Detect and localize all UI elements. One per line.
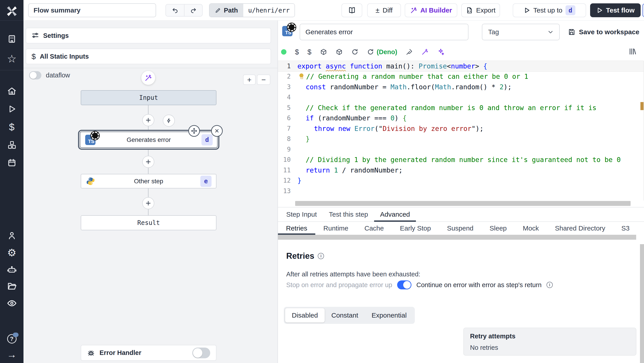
redo-button[interactable] bbox=[184, 5, 202, 16]
flow-summary-input[interactable]: Flow summary bbox=[28, 3, 156, 17]
subtab-sleep[interactable]: Sleep bbox=[482, 222, 515, 235]
sparkles-icon[interactable] bbox=[437, 48, 444, 56]
code-line-1[interactable]: 1export async function main(): Promise<n… bbox=[278, 61, 644, 71]
docs-book-button[interactable] bbox=[342, 3, 362, 17]
home-icon[interactable] bbox=[0, 84, 24, 98]
info-icon[interactable]: i bbox=[546, 282, 553, 288]
retry-mode-constant[interactable]: Constant bbox=[325, 308, 365, 322]
folders-icon[interactable] bbox=[0, 279, 24, 293]
code-line-10[interactable]: 10// Dividing 1 by the generated random … bbox=[278, 155, 644, 165]
code-line-2[interactable]: 2// Generating a random number that can … bbox=[278, 71, 644, 82]
flow-node-input[interactable]: Input bbox=[81, 90, 216, 105]
subtab-mock[interactable]: Mock bbox=[515, 222, 547, 235]
add-step-button[interactable] bbox=[142, 156, 154, 168]
library-icon[interactable] bbox=[628, 48, 636, 56]
code-line-6[interactable]: 6if (randomNumber === 0) { bbox=[278, 113, 644, 124]
package-icon[interactable] bbox=[336, 48, 343, 56]
settings-gear-icon[interactable]: ⚙ bbox=[0, 245, 24, 260]
lightbulb-icon[interactable] bbox=[299, 73, 304, 79]
schedules-calendar-icon[interactable] bbox=[0, 156, 24, 170]
flow-node-other-step[interactable]: Other step e bbox=[81, 174, 216, 188]
flow-node-result[interactable]: Result bbox=[81, 215, 216, 230]
diff-button[interactable]: ± Diff bbox=[367, 3, 401, 17]
subtab-shared-directory[interactable]: Shared Directory bbox=[547, 222, 613, 235]
code-horizontal-scrollbar[interactable] bbox=[295, 201, 630, 206]
tab-advanced[interactable]: Advanced bbox=[374, 207, 416, 221]
subtab-early-stop[interactable]: Early Stop bbox=[392, 222, 439, 235]
variable-dollar-icon[interactable]: $ bbox=[295, 48, 299, 56]
continue-on-error-option[interactable]: Continue on error with error as step's r… bbox=[416, 281, 542, 289]
format-brush-icon[interactable] bbox=[406, 48, 413, 56]
dataflow-toggle[interactable] bbox=[29, 71, 41, 80]
subtab-runtime[interactable]: Runtime bbox=[315, 222, 356, 235]
test-flow-button[interactable]: Test flow bbox=[590, 3, 641, 17]
add-trigger-button[interactable] bbox=[163, 115, 175, 127]
step-name-input[interactable]: Generates error bbox=[300, 24, 468, 40]
resources-cubes-icon[interactable] bbox=[0, 138, 24, 152]
export-button[interactable]: Export bbox=[461, 3, 500, 17]
stop-on-error-option[interactable]: Stop on error and propagate error up bbox=[286, 281, 392, 289]
flow-settings-button[interactable]: Settings bbox=[26, 28, 271, 44]
user-icon[interactable] bbox=[0, 228, 24, 243]
help-icon[interactable]: ? bbox=[0, 332, 24, 346]
tab-test-this-step[interactable]: Test this step bbox=[323, 207, 374, 221]
ai-wand-icon[interactable] bbox=[421, 48, 428, 56]
panel-vertical-scrollbar[interactable] bbox=[640, 244, 644, 363]
error-behavior-toggle[interactable] bbox=[397, 280, 412, 289]
workers-robot-icon[interactable] bbox=[0, 262, 24, 277]
info-icon[interactable]: i bbox=[318, 253, 324, 259]
favorites-star-icon[interactable]: ☆ bbox=[0, 52, 24, 66]
path-control[interactable]: Path u/henri/err bbox=[209, 3, 295, 17]
step-id-badge: d bbox=[202, 134, 213, 145]
audit-eye-icon[interactable] bbox=[0, 296, 24, 310]
retry-mode-exponential[interactable]: Exponential bbox=[365, 308, 414, 322]
code-line-8[interactable]: 8} bbox=[278, 134, 644, 144]
code-editor[interactable]: 1export async function main(): Promise<n… bbox=[278, 61, 644, 201]
code-line-7[interactable]: 7throw new Error("Division by zero error… bbox=[278, 123, 644, 134]
subtab-s3[interactable]: S3 bbox=[613, 222, 638, 235]
subtab-cache[interactable]: Cache bbox=[356, 222, 392, 235]
ai-builder-button[interactable]: AI Builder bbox=[405, 3, 457, 17]
workspace-building-icon[interactable] bbox=[0, 32, 24, 46]
delete-step-button[interactable]: ✕ bbox=[211, 125, 223, 137]
code-line-13[interactable]: 13 bbox=[278, 186, 644, 196]
runs-play-icon[interactable] bbox=[0, 102, 24, 116]
retry-mode-disabled[interactable]: Disabled bbox=[285, 308, 325, 322]
save-to-workspace-button[interactable]: Save to workspace bbox=[568, 24, 639, 40]
windmill-logo-icon[interactable] bbox=[0, 4, 24, 18]
zoom-in-button[interactable]: + bbox=[243, 75, 256, 85]
tab-step-input[interactable]: Step Input bbox=[280, 207, 323, 221]
zoom-out-button[interactable]: − bbox=[257, 75, 270, 85]
subtab-suspend[interactable]: Suspend bbox=[439, 222, 482, 235]
clipped-button[interactable] bbox=[642, 3, 644, 17]
bug-icon bbox=[87, 349, 95, 357]
expand-sidebar-arrow-icon[interactable]: → bbox=[0, 347, 24, 362]
code-line-4[interactable]: 4 bbox=[278, 92, 644, 103]
topbar: Flow summary Path u/henri/err bbox=[24, 0, 644, 21]
variables-dollar-icon[interactable]: $ bbox=[0, 120, 24, 134]
tag-select[interactable]: Tag bbox=[482, 24, 560, 40]
test-up-to-button[interactable]: Test up to d bbox=[513, 3, 586, 17]
all-static-inputs-button[interactable]: $ All Static Inputs bbox=[26, 49, 271, 64]
reload-icon[interactable] bbox=[351, 48, 358, 56]
code-line-5[interactable]: 5// Check if the generated random number… bbox=[278, 103, 644, 113]
resource-dollar-icon[interactable]: $ bbox=[308, 48, 312, 56]
subtabs-scrollbar[interactable] bbox=[278, 235, 644, 240]
windmill-flow-editor: ☆ $ bbox=[0, 0, 644, 363]
path-value[interactable]: u/henri/err bbox=[243, 4, 294, 17]
error-handler-node[interactable]: Error Handler bbox=[81, 345, 216, 361]
add-step-button[interactable] bbox=[142, 197, 154, 209]
subtab-retries[interactable]: Retries bbox=[278, 222, 315, 235]
plus-icon bbox=[145, 159, 151, 165]
reset-runtime-control[interactable]: (Deno) bbox=[367, 48, 397, 56]
code-line-9[interactable]: 9 bbox=[278, 144, 644, 155]
move-step-handle[interactable] bbox=[188, 125, 200, 137]
undo-button[interactable] bbox=[166, 5, 184, 16]
package-icon[interactable] bbox=[320, 48, 327, 56]
error-handler-toggle[interactable] bbox=[192, 347, 210, 358]
code-line-12[interactable]: 12} bbox=[278, 175, 644, 186]
ai-flow-wand-button[interactable] bbox=[141, 71, 155, 85]
code-line-3[interactable]: 3const randomNumber = Math.floor(Math.ra… bbox=[278, 82, 644, 92]
code-line-11[interactable]: 11return 1 / randomNumber; bbox=[278, 165, 644, 175]
add-step-button[interactable] bbox=[142, 114, 154, 126]
